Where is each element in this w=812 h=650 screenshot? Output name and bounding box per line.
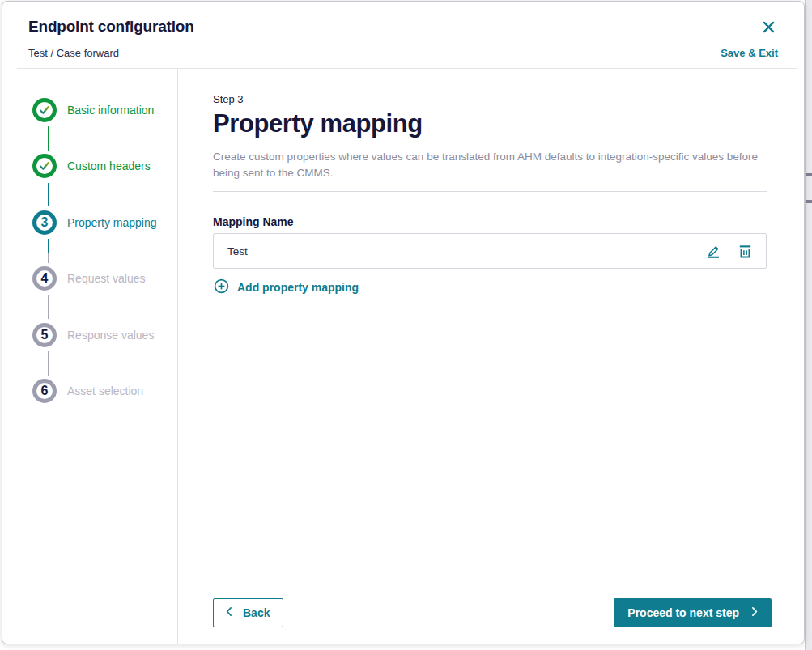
mapping-name-column-header: Mapping Name [213, 215, 772, 228]
save-exit-link[interactable]: Save & Exit [721, 47, 778, 59]
dialog-header: Endpoint configuration Test / Case forwa… [2, 2, 804, 69]
checkmark-icon [36, 158, 53, 174]
scrollbar-mark [806, 200, 812, 203]
mapping-row: Test [213, 233, 767, 269]
endpoint-configuration-dialog: Endpoint configuration Test / Case forwa… [2, 1, 805, 644]
step-circle-upcoming: 6 [32, 379, 57, 403]
step-label: Property mapping [67, 216, 157, 229]
add-property-mapping-label: Add property mapping [237, 281, 359, 294]
step-label: Response values [67, 329, 154, 342]
close-icon [761, 25, 776, 37]
step-number: 4 [41, 271, 49, 286]
mapping-name-value: Test [227, 245, 248, 257]
page-scrollbar[interactable] [805, 0, 812, 650]
step-circle-upcoming: 5 [32, 323, 57, 347]
step-number: 3 [41, 215, 49, 230]
step-circle-completed [32, 154, 57, 178]
plus-circle-icon [213, 278, 230, 297]
checkmark-icon [36, 102, 53, 118]
step-circle-completed [32, 98, 57, 122]
stepper-item-basic-information[interactable]: Basic information [2, 82, 177, 138]
step-description: Create custom properties where values ca… [213, 149, 760, 181]
row-actions [703, 240, 756, 262]
edit-icon [704, 251, 723, 263]
breadcrumb: Test / Case forward [28, 47, 119, 59]
wizard-footer: Back Proceed to next step [213, 598, 772, 627]
step-indicator: Step 3 [213, 93, 772, 105]
dialog-title: Endpoint configuration [28, 18, 194, 36]
back-button[interactable]: Back [213, 598, 283, 627]
scrollbar-mark [806, 173, 812, 176]
proceed-button[interactable]: Proceed to next step [614, 598, 772, 627]
trash-icon [736, 251, 755, 263]
step-label: Custom headers [67, 159, 151, 172]
delete-mapping-button[interactable] [734, 240, 756, 262]
dialog-body: Basic information Custom headers [2, 69, 804, 644]
screen: Endpoint configuration Test / Case forwa… [0, 0, 812, 650]
close-button[interactable] [759, 18, 778, 36]
step-label: Request values [67, 272, 146, 285]
stepper-item-request-values[interactable]: 4 Request values [2, 251, 177, 308]
back-button-label: Back [243, 606, 270, 619]
stepper-item-custom-headers[interactable]: Custom headers [2, 138, 177, 195]
add-property-mapping-button[interactable]: Add property mapping [213, 278, 772, 297]
edit-mapping-button[interactable] [703, 240, 725, 262]
step-number: 6 [41, 384, 49, 398]
step-label: Asset selection [67, 384, 143, 397]
content-divider [213, 191, 767, 192]
step-content-panel: Step 3 Property mapping Create custom pr… [178, 69, 804, 644]
step-circle-active: 3 [32, 210, 57, 235]
wizard-stepper: Basic information Custom headers [2, 69, 178, 644]
page-title: Property mapping [213, 109, 772, 138]
chevron-right-icon [748, 605, 760, 620]
chevron-left-icon [223, 605, 236, 620]
stepper-item-response-values[interactable]: 5 Response values [2, 307, 177, 363]
step-label: Basic information [67, 104, 154, 117]
step-number: 5 [41, 328, 49, 342]
proceed-button-label: Proceed to next step [627, 606, 739, 619]
step-circle-upcoming: 4 [32, 266, 57, 291]
stepper-item-asset-selection[interactable]: 6 Asset selection [2, 363, 177, 420]
stepper-item-property-mapping[interactable]: 3 Property mapping [2, 194, 177, 251]
